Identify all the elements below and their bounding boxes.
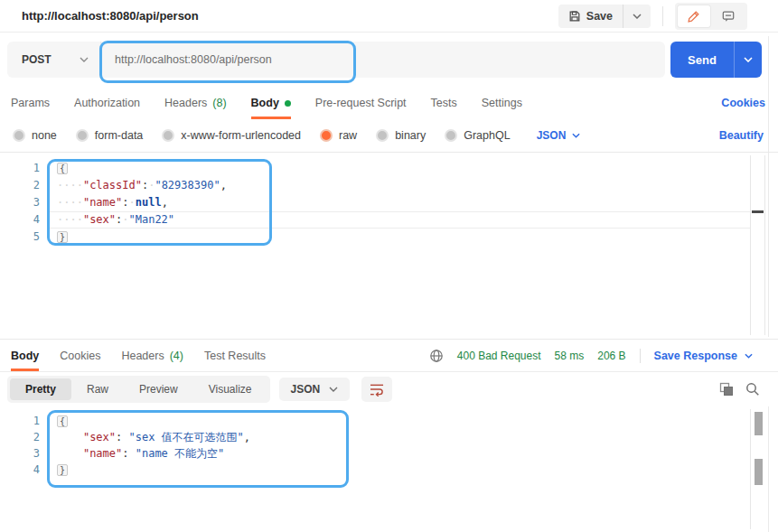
response-tab-headers[interactable]: Headers(4) [121, 340, 183, 371]
response-scrollbar-track[interactable] [768, 406, 769, 532]
token-ws: ···· [57, 179, 83, 191]
edit-button[interactable] [678, 5, 710, 27]
token-pn [57, 431, 83, 443]
body-type-raw[interactable]: raw [320, 129, 357, 142]
tab-authorization[interactable]: Authorization [74, 87, 140, 119]
radio-icon [13, 129, 25, 142]
line-number: 3 [0, 194, 45, 211]
token-fold: { [57, 415, 68, 427]
token-pn: : [122, 447, 135, 460]
cookies-link[interactable]: Cookies [721, 97, 765, 109]
response-tab-test-results[interactable]: Test Results [204, 340, 266, 371]
save-response-label: Save Response [654, 350, 737, 362]
line-wrap-button[interactable] [361, 377, 392, 402]
token-ws: · [129, 196, 136, 209]
save-button[interactable]: Save [558, 5, 623, 28]
body-type-label: form-data [95, 129, 144, 142]
search-icon[interactable] [745, 382, 760, 397]
token-pn: : [116, 431, 128, 443]
line-number: 2 [0, 177, 45, 194]
body-type-row: noneform-datax-www-form-urlencodedrawbin… [0, 119, 778, 152]
view-mode-visualize[interactable]: Visualize [193, 378, 267, 400]
body-type-binary[interactable]: binary [376, 129, 426, 142]
unsaved-changes-dot-icon [285, 100, 291, 107]
code-text: { [45, 160, 68, 177]
body-type-label: binary [395, 129, 426, 142]
tab-tests[interactable]: Tests [431, 87, 457, 119]
response-view-switcher: PrettyRawPreviewVisualize [7, 376, 270, 403]
token-str: "name 不能为空" [136, 447, 225, 460]
response-size[interactable]: 206 B [597, 350, 625, 362]
network-globe-icon[interactable] [429, 349, 444, 363]
body-type-label: raw [339, 129, 357, 142]
send-button-label: Send [688, 53, 717, 67]
response-tab-body[interactable]: Body [11, 340, 39, 371]
token-fold: } [57, 231, 68, 243]
response-toolbar-icons [719, 382, 760, 397]
meta-separator [640, 349, 641, 363]
tab-count: (8) [212, 97, 226, 109]
response-status-cluster: 400 Bad Request 58 ms 206 B Save Respons… [429, 349, 753, 363]
status-badge[interactable]: 400 Bad Request [457, 350, 541, 362]
comment-button[interactable] [712, 5, 745, 27]
token-pn: , [162, 196, 168, 209]
tab-label: Headers [164, 97, 207, 109]
pane-scrollbar-track[interactable] [768, 36, 769, 337]
tab-label: Test Results [204, 350, 266, 362]
editor-overview-ruler[interactable] [750, 155, 765, 335]
token-key: "sex" [83, 213, 116, 226]
line-number: 3 [0, 445, 45, 462]
method-label: POST [22, 53, 52, 66]
send-button[interactable]: Send [670, 42, 735, 78]
request-body-editor[interactable]: 1{2····"classId":·"82938390",3····"name"… [0, 153, 778, 339]
response-tab-cookies[interactable]: Cookies [60, 340, 100, 371]
code-line: 5} [0, 229, 778, 246]
tab-params[interactable]: Params [11, 87, 50, 119]
body-type-graphql[interactable]: GraphQL [445, 129, 510, 142]
response-overview-ruler[interactable] [750, 409, 765, 529]
code-text: "name": "name 不能为空" [45, 445, 224, 462]
tab-settings[interactable]: Settings [482, 87, 522, 119]
tab-label: Tests [431, 97, 457, 109]
beautify-link[interactable]: Beautify [719, 129, 764, 142]
body-type-none[interactable]: none [13, 129, 57, 142]
response-toolbar: PrettyRawPreviewVisualize JSON [0, 372, 778, 406]
pencil-icon [688, 10, 700, 23]
code-text: } [45, 229, 68, 246]
chevron-down-icon [744, 57, 753, 62]
code-line: 1{ [0, 160, 778, 177]
method-selector[interactable]: POST [7, 42, 101, 78]
save-options-button[interactable] [623, 5, 651, 28]
line-number: 1 [0, 160, 45, 177]
token-key: "name" [83, 447, 122, 460]
body-type-form-data[interactable]: form-data [76, 129, 144, 142]
body-type-label: none [32, 129, 57, 142]
view-mode-preview[interactable]: Preview [124, 378, 193, 400]
tab-pre-request-script[interactable]: Pre-request Script [315, 87, 407, 119]
token-key: "name" [83, 196, 122, 209]
radio-icon [445, 129, 457, 142]
save-response-button[interactable]: Save Response [654, 350, 753, 362]
chevron-down-icon [329, 387, 338, 392]
radio-icon [162, 129, 174, 142]
response-body-editor[interactable]: 1{2 "sex": "sex 值不在可选范围",3 "name": "name… [0, 406, 778, 532]
url-compound-control: POST http://localhost:8080/api/person [7, 42, 665, 78]
url-input[interactable]: http://localhost:8080/api/person [101, 42, 665, 78]
tab-label: Settings [482, 97, 522, 109]
token-ws: · [122, 213, 128, 226]
save-button-label: Save [586, 10, 613, 23]
tab-headers[interactable]: Headers(8) [164, 87, 227, 119]
view-mode-pretty[interactable]: Pretty [10, 378, 71, 400]
copy-icon[interactable] [719, 382, 734, 397]
tab-body[interactable]: Body [251, 87, 291, 119]
send-options-button[interactable] [735, 42, 762, 78]
token-fold: } [57, 464, 68, 476]
body-format-dropdown[interactable]: JSON [537, 129, 581, 142]
response-format-dropdown[interactable]: JSON [279, 378, 351, 401]
line-number: 5 [0, 229, 45, 246]
code-line: 3 "name": "name 不能为空" [0, 445, 778, 462]
body-type-x-www-form-urlencoded[interactable]: x-www-form-urlencoded [162, 129, 301, 142]
header-actions: Save [558, 3, 747, 30]
view-mode-raw[interactable]: Raw [71, 378, 124, 400]
response-time[interactable]: 58 ms [555, 350, 585, 362]
